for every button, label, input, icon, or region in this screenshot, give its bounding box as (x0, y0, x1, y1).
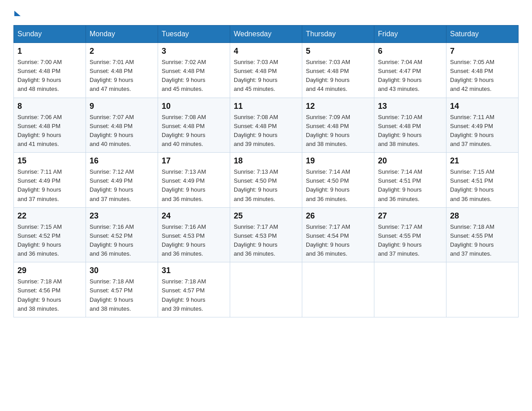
calendar-cell: 25Sunrise: 7:17 AMSunset: 4:53 PMDayligh… (230, 207, 302, 262)
day-number: 25 (234, 211, 298, 221)
day-info: Sunrise: 7:14 AMSunset: 4:50 PMDaylight:… (306, 167, 370, 204)
day-info: Sunrise: 7:15 AMSunset: 4:51 PMDaylight:… (450, 167, 515, 204)
day-info: Sunrise: 7:16 AMSunset: 4:52 PMDaylight:… (90, 223, 154, 259)
day-info: Sunrise: 7:03 AMSunset: 4:48 PMDaylight:… (234, 58, 298, 94)
calendar-cell: 3Sunrise: 7:02 AMSunset: 4:48 PMDaylight… (158, 43, 230, 98)
calendar-cell (302, 262, 374, 317)
day-info: Sunrise: 7:08 AMSunset: 4:48 PMDaylight:… (162, 113, 226, 149)
day-number: 19 (306, 156, 370, 166)
calendar-cell: 23Sunrise: 7:16 AMSunset: 4:52 PMDayligh… (86, 207, 158, 262)
header-tuesday: Tuesday (158, 26, 230, 43)
day-number: 31 (162, 266, 226, 275)
day-info: Sunrise: 7:18 AMSunset: 4:55 PMDaylight:… (450, 223, 515, 259)
calendar-cell: 16Sunrise: 7:12 AMSunset: 4:49 PMDayligh… (86, 153, 158, 208)
day-info: Sunrise: 7:03 AMSunset: 4:48 PMDaylight:… (306, 58, 370, 94)
week-row-3: 15Sunrise: 7:11 AMSunset: 4:49 PMDayligh… (14, 153, 519, 208)
day-number: 27 (378, 211, 442, 221)
calendar-cell: 19Sunrise: 7:14 AMSunset: 4:50 PMDayligh… (302, 153, 374, 208)
week-row-2: 8Sunrise: 7:06 AMSunset: 4:48 PMDaylight… (14, 98, 519, 153)
calendar-table: SundayMondayTuesdayWednesdayThursdayFrid… (13, 25, 519, 317)
day-info: Sunrise: 7:17 AMSunset: 4:55 PMDaylight:… (378, 223, 442, 259)
day-number: 1 (17, 47, 82, 56)
day-number: 20 (378, 156, 442, 166)
day-number: 17 (162, 156, 226, 166)
calendar-header-row: SundayMondayTuesdayWednesdayThursdayFrid… (14, 26, 519, 43)
calendar-cell (230, 262, 302, 317)
header-wednesday: Wednesday (230, 26, 302, 43)
day-number: 13 (378, 102, 442, 111)
day-info: Sunrise: 7:07 AMSunset: 4:48 PMDaylight:… (90, 113, 154, 149)
calendar-cell: 13Sunrise: 7:10 AMSunset: 4:48 PMDayligh… (374, 98, 446, 153)
header-sunday: Sunday (14, 26, 86, 43)
calendar-cell: 12Sunrise: 7:09 AMSunset: 4:48 PMDayligh… (302, 98, 374, 153)
calendar-cell: 27Sunrise: 7:17 AMSunset: 4:55 PMDayligh… (374, 207, 446, 262)
day-info: Sunrise: 7:05 AMSunset: 4:48 PMDaylight:… (450, 58, 515, 94)
header-saturday: Saturday (446, 26, 519, 43)
day-info: Sunrise: 7:01 AMSunset: 4:48 PMDaylight:… (90, 58, 154, 94)
calendar-cell: 2Sunrise: 7:01 AMSunset: 4:48 PMDaylight… (86, 43, 158, 98)
day-info: Sunrise: 7:18 AMSunset: 4:57 PMDaylight:… (90, 277, 154, 313)
calendar-cell (446, 262, 519, 317)
day-number: 6 (378, 47, 442, 56)
day-number: 4 (234, 47, 298, 56)
day-number: 5 (306, 47, 370, 56)
calendar-cell: 22Sunrise: 7:15 AMSunset: 4:52 PMDayligh… (14, 207, 86, 262)
week-row-4: 22Sunrise: 7:15 AMSunset: 4:52 PMDayligh… (14, 207, 519, 262)
calendar-cell: 24Sunrise: 7:16 AMSunset: 4:53 PMDayligh… (158, 207, 230, 262)
day-info: Sunrise: 7:09 AMSunset: 4:48 PMDaylight:… (306, 113, 370, 149)
calendar-cell: 15Sunrise: 7:11 AMSunset: 4:49 PMDayligh… (14, 153, 86, 208)
day-info: Sunrise: 7:16 AMSunset: 4:53 PMDaylight:… (162, 223, 226, 259)
calendar-cell: 5Sunrise: 7:03 AMSunset: 4:48 PMDaylight… (302, 43, 374, 98)
day-info: Sunrise: 7:13 AMSunset: 4:49 PMDaylight:… (162, 167, 226, 204)
day-number: 21 (450, 156, 515, 166)
calendar-cell: 4Sunrise: 7:03 AMSunset: 4:48 PMDaylight… (230, 43, 302, 98)
day-number: 8 (17, 102, 82, 111)
calendar-cell: 28Sunrise: 7:18 AMSunset: 4:55 PMDayligh… (446, 207, 519, 262)
day-info: Sunrise: 7:11 AMSunset: 4:49 PMDaylight:… (17, 167, 82, 204)
week-row-5: 29Sunrise: 7:18 AMSunset: 4:56 PMDayligh… (14, 262, 519, 317)
day-number: 26 (306, 211, 370, 221)
day-info: Sunrise: 7:12 AMSunset: 4:49 PMDaylight:… (90, 167, 154, 204)
calendar-cell: 8Sunrise: 7:06 AMSunset: 4:48 PMDaylight… (14, 98, 86, 153)
day-number: 23 (90, 211, 154, 221)
header-friday: Friday (374, 26, 446, 43)
calendar-cell: 11Sunrise: 7:08 AMSunset: 4:48 PMDayligh… (230, 98, 302, 153)
day-number: 28 (450, 211, 515, 221)
page-header (13, 9, 519, 16)
calendar-cell: 21Sunrise: 7:15 AMSunset: 4:51 PMDayligh… (446, 153, 519, 208)
week-row-1: 1Sunrise: 7:00 AMSunset: 4:48 PMDaylight… (14, 43, 519, 98)
calendar-cell: 31Sunrise: 7:18 AMSunset: 4:57 PMDayligh… (158, 262, 230, 317)
day-info: Sunrise: 7:14 AMSunset: 4:51 PMDaylight:… (378, 167, 442, 204)
day-number: 3 (162, 47, 226, 56)
day-info: Sunrise: 7:06 AMSunset: 4:48 PMDaylight:… (17, 113, 82, 149)
calendar-cell: 26Sunrise: 7:17 AMSunset: 4:54 PMDayligh… (302, 207, 374, 262)
header-thursday: Thursday (302, 26, 374, 43)
day-number: 2 (90, 47, 154, 56)
day-info: Sunrise: 7:13 AMSunset: 4:50 PMDaylight:… (234, 167, 298, 204)
calendar-cell: 10Sunrise: 7:08 AMSunset: 4:48 PMDayligh… (158, 98, 230, 153)
day-number: 16 (90, 156, 154, 166)
calendar-cell: 20Sunrise: 7:14 AMSunset: 4:51 PMDayligh… (374, 153, 446, 208)
header-monday: Monday (86, 26, 158, 43)
day-info: Sunrise: 7:10 AMSunset: 4:48 PMDaylight:… (378, 113, 442, 149)
day-number: 15 (17, 156, 82, 166)
day-info: Sunrise: 7:00 AMSunset: 4:48 PMDaylight:… (17, 58, 82, 94)
calendar-cell: 29Sunrise: 7:18 AMSunset: 4:56 PMDayligh… (14, 262, 86, 317)
day-number: 11 (234, 102, 298, 111)
calendar-cell: 6Sunrise: 7:04 AMSunset: 4:47 PMDaylight… (374, 43, 446, 98)
day-number: 18 (234, 156, 298, 166)
logo (13, 9, 21, 16)
day-number: 7 (450, 47, 515, 56)
day-info: Sunrise: 7:02 AMSunset: 4:48 PMDaylight:… (162, 58, 226, 94)
calendar-cell: 9Sunrise: 7:07 AMSunset: 4:48 PMDaylight… (86, 98, 158, 153)
day-info: Sunrise: 7:18 AMSunset: 4:57 PMDaylight:… (162, 277, 226, 313)
day-info: Sunrise: 7:08 AMSunset: 4:48 PMDaylight:… (234, 113, 298, 149)
calendar-cell: 7Sunrise: 7:05 AMSunset: 4:48 PMDaylight… (446, 43, 519, 98)
day-number: 14 (450, 102, 515, 111)
calendar-cell: 1Sunrise: 7:00 AMSunset: 4:48 PMDaylight… (14, 43, 86, 98)
day-number: 9 (90, 102, 154, 111)
day-number: 30 (90, 266, 154, 275)
logo-arrow-icon (14, 11, 21, 16)
day-number: 29 (17, 266, 82, 275)
day-info: Sunrise: 7:04 AMSunset: 4:47 PMDaylight:… (378, 58, 442, 94)
